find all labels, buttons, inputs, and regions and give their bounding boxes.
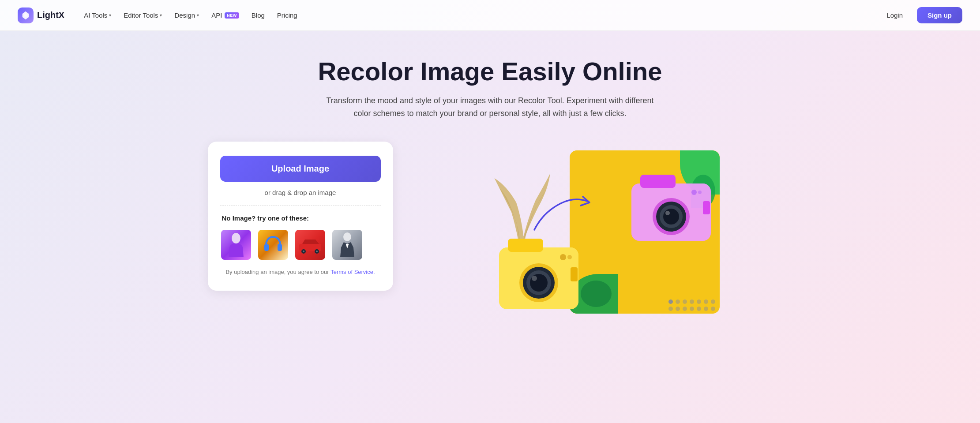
dot-13[interactable] — [704, 307, 708, 311]
svg-point-6 — [303, 251, 304, 252]
svg-rect-11 — [640, 175, 676, 188]
leaf-bottom-2 — [581, 281, 612, 307]
logo[interactable]: LightX — [18, 7, 64, 23]
hero-title: Recolor Image Easily Online — [318, 57, 662, 86]
nav-right: Login Sign up — [879, 7, 962, 23]
sample-image-1[interactable] — [220, 229, 252, 261]
pricing-label: Pricing — [277, 11, 297, 19]
svg-point-18 — [698, 191, 702, 194]
dot-9[interactable] — [676, 307, 680, 311]
dot-4[interactable] — [690, 299, 694, 304]
pink-camera-icon — [627, 164, 715, 247]
design-chevron-icon: ▾ — [197, 13, 199, 18]
svg-rect-22 — [508, 239, 543, 252]
dot-10[interactable] — [683, 307, 687, 311]
terms-link[interactable]: Terms of Service. — [330, 269, 375, 275]
hero-subtitle: Transform the mood and style of your ima… — [318, 94, 662, 120]
divider — [220, 205, 381, 206]
signup-button[interactable]: Sign up — [917, 7, 962, 23]
blog-label: Blog — [252, 11, 265, 19]
content-row: Upload Image or drag & drop an image No … — [181, 142, 799, 318]
svg-rect-30 — [571, 267, 578, 281]
dot-6[interactable] — [704, 299, 708, 304]
editor-tools-chevron-icon: ▾ — [160, 13, 162, 18]
login-button[interactable]: Login — [879, 8, 910, 22]
editor-tools-label: Editor Tools — [124, 11, 158, 19]
svg-point-15 — [663, 209, 679, 225]
dot-1[interactable] — [668, 299, 673, 304]
dots-row-2 — [668, 307, 715, 311]
dot-8[interactable] — [668, 307, 673, 311]
sample-label: No Image? try one of these: — [220, 214, 309, 222]
svg-point-16 — [665, 211, 670, 215]
svg-point-8 — [343, 232, 351, 241]
svg-rect-19 — [703, 201, 710, 214]
dot-5[interactable] — [697, 299, 701, 304]
dot-12[interactable] — [697, 307, 701, 311]
sample-images-row — [220, 229, 381, 261]
nav-blog[interactable]: Blog — [246, 8, 270, 22]
right-illustration — [420, 142, 773, 318]
sample-image-3[interactable] — [294, 229, 326, 261]
upload-image-button[interactable]: Upload Image — [220, 156, 381, 182]
upload-card: Upload Image or drag & drop an image No … — [208, 142, 393, 291]
logo-icon — [18, 7, 34, 23]
nav-api[interactable]: API NEW — [206, 8, 244, 22]
nav-pricing[interactable]: Pricing — [272, 8, 303, 22]
camera-illustration — [473, 150, 720, 318]
terms-prefix: By uploading an image, you agree to our — [225, 269, 329, 275]
dot-2[interactable] — [676, 299, 680, 304]
nav-design[interactable]: Design ▾ — [169, 8, 204, 22]
svg-rect-1 — [264, 244, 269, 251]
yellow-camera-icon — [495, 230, 583, 318]
dot-11[interactable] — [690, 307, 694, 311]
svg-point-7 — [316, 251, 318, 252]
svg-point-27 — [532, 276, 537, 281]
svg-point-0 — [232, 233, 240, 243]
api-new-badge: NEW — [225, 12, 239, 19]
drag-drop-text: or drag & drop an image — [265, 189, 336, 196]
nav-links: AI Tools ▾ Editor Tools ▾ Design ▾ API N… — [79, 8, 879, 22]
sample-image-2[interactable] — [257, 229, 289, 261]
hero-section: Recolor Image Easily Online Transform th… — [309, 57, 671, 120]
svg-point-28 — [560, 254, 566, 260]
main-content: Recolor Image Easily Online Transform th… — [0, 31, 980, 318]
api-label: API — [211, 11, 222, 19]
ai-tools-label: AI Tools — [84, 11, 107, 19]
logo-text: LightX — [37, 10, 64, 20]
sample-image-4[interactable] — [331, 229, 363, 261]
ai-tools-chevron-icon: ▾ — [109, 13, 111, 18]
dot-14[interactable] — [711, 307, 715, 311]
carousel-dots — [668, 299, 715, 311]
dot-3[interactable] — [683, 299, 687, 304]
nav-ai-tools[interactable]: AI Tools ▾ — [79, 8, 116, 22]
terms-text: By uploading an image, you agree to our … — [225, 268, 375, 277]
svg-point-17 — [691, 190, 697, 195]
svg-rect-2 — [278, 244, 282, 251]
navbar: LightX AI Tools ▾ Editor Tools ▾ Design … — [0, 0, 980, 31]
dot-7[interactable] — [711, 299, 715, 304]
design-label: Design — [174, 11, 195, 19]
svg-point-29 — [567, 255, 572, 259]
dots-row-1 — [668, 299, 715, 304]
nav-editor-tools[interactable]: Editor Tools ▾ — [118, 8, 167, 22]
